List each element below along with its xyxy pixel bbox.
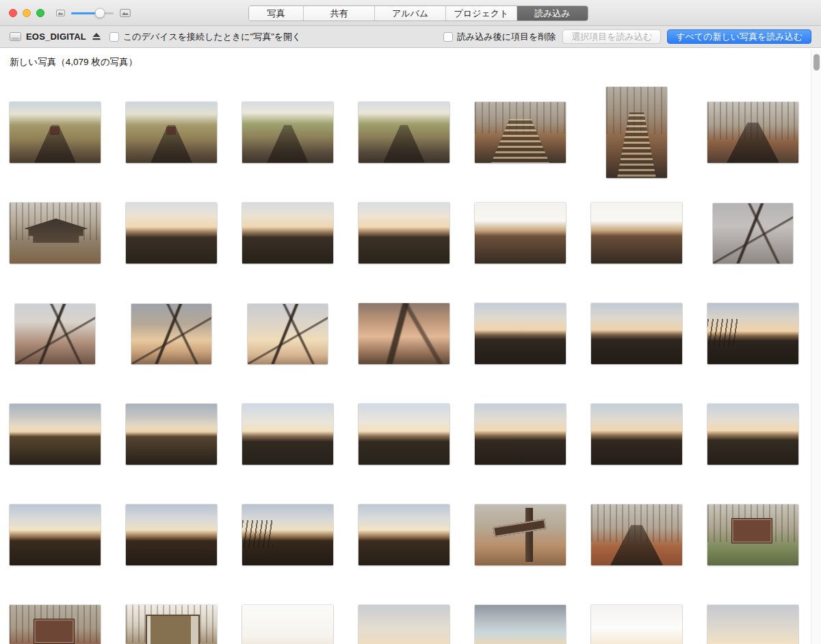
photo-thumbnail[interactable] bbox=[126, 102, 217, 163]
photo-thumbnail[interactable] bbox=[242, 404, 333, 465]
photo-thumbnail[interactable] bbox=[10, 605, 101, 644]
traffic-lights bbox=[9, 9, 44, 17]
photo-thumbnail[interactable] bbox=[10, 404, 101, 465]
photo-thumbnail[interactable] bbox=[606, 87, 667, 178]
photo-thumbnail[interactable] bbox=[707, 504, 798, 565]
photo-thumbnail[interactable] bbox=[707, 303, 798, 364]
view-tab[interactable]: 読み込み bbox=[517, 6, 588, 21]
delete-after-import-checkbox[interactable] bbox=[443, 32, 453, 42]
photo-thumbnail[interactable] bbox=[707, 605, 798, 644]
view-tab[interactable]: 共有 bbox=[303, 6, 374, 21]
photo-grid bbox=[10, 82, 821, 644]
close-button[interactable] bbox=[9, 9, 17, 17]
open-photos-checkbox-label: このデバイスを接続したときに"写真"を開く bbox=[123, 31, 302, 43]
photo-thumbnail[interactable] bbox=[126, 504, 217, 565]
photo-thumbnail[interactable] bbox=[126, 605, 217, 644]
device-name: EOS_DIGITAL bbox=[26, 31, 86, 42]
photo-thumbnail[interactable] bbox=[591, 303, 682, 364]
photo-thumbnail[interactable] bbox=[248, 304, 328, 364]
photo-thumbnail[interactable] bbox=[475, 605, 566, 644]
view-tab[interactable]: アルバム bbox=[374, 6, 445, 21]
photo-thumbnail[interactable] bbox=[591, 605, 682, 644]
photo-thumbnail[interactable] bbox=[359, 605, 449, 644]
photo-thumbnail[interactable] bbox=[707, 102, 798, 163]
view-tab[interactable]: 写真 bbox=[249, 6, 303, 21]
photo-thumbnail[interactable] bbox=[475, 102, 566, 163]
photo-thumbnail[interactable] bbox=[475, 303, 566, 364]
zoom-slider[interactable] bbox=[71, 12, 114, 14]
photo-thumbnail[interactable] bbox=[359, 303, 449, 364]
photo-thumbnail[interactable] bbox=[707, 404, 798, 465]
new-photos-section-header: 新しい写真（4,079 枚の写真） bbox=[10, 56, 138, 68]
photo-thumbnail[interactable] bbox=[591, 404, 682, 465]
photos-app-window: 写真共有アルバムプロジェクト読み込み EOS_DIGITAL このデバイスを接続… bbox=[0, 0, 821, 644]
import-all-button[interactable]: すべての新しい写真を読み込む bbox=[667, 29, 811, 44]
small-thumbnails-icon bbox=[56, 10, 65, 16]
photo-thumbnail[interactable] bbox=[591, 504, 682, 565]
import-content-area: 新しい写真（4,079 枚の写真） bbox=[0, 49, 821, 644]
photo-thumbnail[interactable] bbox=[10, 203, 101, 263]
eject-icon bbox=[92, 33, 101, 40]
fullscreen-button[interactable] bbox=[36, 9, 44, 17]
import-toolbar: EOS_DIGITAL このデバイスを接続したときに"写真"を開く 読み込み後に… bbox=[0, 26, 821, 48]
photo-thumbnail[interactable] bbox=[10, 102, 101, 163]
view-tabs: 写真共有アルバムプロジェクト読み込み bbox=[248, 5, 588, 21]
open-photos-checkbox[interactable] bbox=[109, 32, 119, 42]
photo-thumbnail[interactable] bbox=[359, 203, 449, 263]
scrollbar-thumb[interactable] bbox=[813, 54, 820, 70]
eject-button[interactable] bbox=[92, 33, 101, 40]
photo-thumbnail[interactable] bbox=[10, 504, 101, 565]
zoom-slider-knob[interactable] bbox=[95, 8, 105, 18]
photo-thumbnail[interactable] bbox=[359, 102, 449, 163]
photo-thumbnail[interactable] bbox=[131, 304, 211, 364]
photo-thumbnail[interactable] bbox=[126, 404, 217, 465]
titlebar: 写真共有アルバムプロジェクト読み込み bbox=[0, 0, 821, 26]
photo-thumbnail[interactable] bbox=[242, 504, 333, 565]
photo-thumbnail[interactable] bbox=[242, 102, 333, 163]
photo-thumbnail[interactable] bbox=[591, 203, 682, 263]
large-thumbnails-icon bbox=[120, 9, 131, 17]
photo-thumbnail[interactable] bbox=[475, 203, 566, 263]
photo-thumbnail[interactable] bbox=[475, 504, 566, 565]
import-selected-button[interactable]: 選択項目を読み込む bbox=[562, 29, 661, 44]
photo-thumbnail[interactable] bbox=[242, 605, 333, 644]
minimize-button[interactable] bbox=[23, 9, 31, 17]
photo-thumbnail[interactable] bbox=[713, 203, 793, 263]
photo-thumbnail[interactable] bbox=[359, 504, 449, 565]
photo-thumbnail[interactable] bbox=[359, 404, 449, 465]
delete-after-import-label: 読み込み後に項目を削除 bbox=[457, 31, 556, 43]
scrollbar[interactable] bbox=[811, 49, 821, 644]
photo-thumbnail[interactable] bbox=[475, 404, 566, 465]
sd-card-icon bbox=[10, 32, 21, 41]
photo-thumbnail[interactable] bbox=[15, 304, 95, 364]
photo-thumbnail[interactable] bbox=[242, 203, 333, 263]
thumbnail-zoom-control bbox=[56, 0, 131, 26]
photo-thumbnail[interactable] bbox=[126, 203, 217, 263]
view-tab[interactable]: プロジェクト bbox=[445, 6, 517, 21]
